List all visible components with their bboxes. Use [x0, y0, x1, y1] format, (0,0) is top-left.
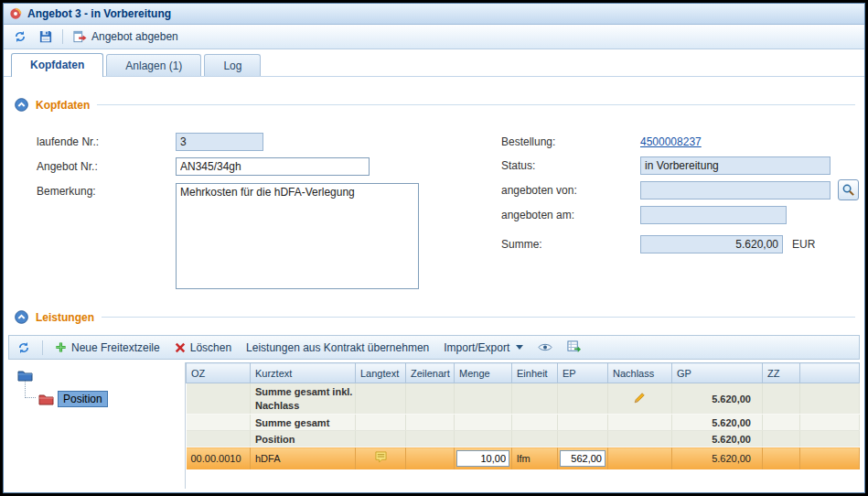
tree-root-node[interactable] — [17, 370, 33, 382]
angeboten-von-search-button[interactable] — [838, 179, 859, 200]
table-header-row: OZ Kurztext Langtext Zeilenart Menge Ein… — [187, 363, 860, 383]
leistungen-collapse-icon[interactable] — [15, 310, 28, 324]
table-row-position-summe: Position 5.620,00 — [187, 431, 860, 447]
main-toolbar: Angebot abgeben — [4, 25, 864, 49]
leistungen-body: Position OZ K — [8, 362, 860, 489]
submit-offer-button[interactable]: Angebot abgeben — [70, 28, 181, 45]
section-divider — [102, 317, 855, 318]
pencil-icon — [634, 393, 646, 406]
view-button[interactable] — [535, 340, 555, 354]
col-header-ep[interactable]: EP — [558, 363, 608, 383]
summary-row-label: Summe gesamt — [251, 415, 356, 431]
tree-node-position-label: Position — [58, 391, 108, 407]
tree-connector — [25, 381, 36, 398]
bestellung-link[interactable]: 4500008237 — [640, 135, 702, 148]
take-from-contract-button[interactable]: Leistungen aus Kontrakt übernehmen — [243, 340, 432, 356]
delete-label: Löschen — [190, 341, 231, 354]
col-header-nachlass[interactable]: Nachlass — [608, 363, 672, 383]
col-header-oz[interactable]: OZ — [187, 363, 251, 383]
refresh-icon — [14, 30, 27, 43]
col-header-kurztext[interactable]: Kurztext — [251, 363, 356, 383]
ep-field[interactable] — [560, 450, 605, 467]
status-label: Status: — [501, 159, 535, 172]
new-freetext-line-label: Neue Freitextzeile — [71, 341, 160, 354]
leistungen-grid: OZ Kurztext Langtext Zeilenart Menge Ein… — [185, 362, 860, 489]
col-header-zz[interactable]: ZZ — [763, 363, 800, 383]
table-grid-icon — [567, 340, 581, 354]
status-field[interactable] — [640, 156, 830, 175]
col-header-menge[interactable]: Menge — [455, 363, 512, 383]
eye-icon — [538, 342, 552, 352]
refresh-icon — [17, 341, 30, 354]
bestellung-label: Bestellung: — [501, 135, 555, 148]
new-freetext-line-button[interactable]: Neue Freitextzeile — [52, 340, 163, 356]
item-oz: 00.00.0010 — [187, 447, 251, 469]
langtext-note-button[interactable] — [375, 451, 387, 463]
col-header-einheit[interactable]: Einheit — [512, 363, 558, 383]
magnifier-icon — [841, 183, 855, 197]
tab-bar: Kopfdaten Anlagen (1) Log — [4, 49, 864, 77]
kopfdaten-collapse-icon[interactable] — [15, 98, 28, 112]
section-divider — [97, 104, 855, 105]
tab-kopfdaten[interactable]: Kopfdaten — [11, 53, 103, 77]
laufende-nr-field[interactable] — [176, 133, 263, 151]
expand-table-button[interactable] — [564, 339, 584, 356]
col-header-langtext[interactable]: Langtext — [356, 363, 406, 383]
take-from-contract-label: Leistungen aus Kontrakt übernehmen — [246, 341, 429, 354]
chevron-down-icon — [516, 345, 523, 350]
leistungen-refresh-button[interactable] — [15, 340, 33, 356]
col-header-gp[interactable]: GP — [672, 363, 763, 383]
window-title: Angebot 3 - in Vorbereitung — [27, 7, 171, 20]
angebot-nr-label: Angebot Nr.: — [37, 160, 98, 173]
gp-total-inkl-nachlass: 5.620,00 — [672, 383, 763, 415]
bemerkung-label: Bemerkung: — [37, 185, 96, 198]
table-row-summe-inkl-nachlass: Summe gesamt inkl. Nachlass — [187, 383, 860, 415]
item-gp: 5.620,00 — [672, 447, 763, 469]
angeboten-von-label: angeboten von: — [501, 184, 577, 197]
laufende-nr-label: laufende Nr.: — [37, 135, 99, 148]
angebot-nr-field[interactable] — [176, 157, 370, 176]
summe-field[interactable] — [640, 235, 783, 253]
bemerkung-field[interactable]: Mehrkosten für die hDFA-Verlegung — [176, 183, 419, 289]
summe-label: Summe: — [501, 238, 542, 251]
save-icon — [39, 30, 52, 43]
submit-offer-icon — [73, 30, 87, 43]
tab-log[interactable]: Log — [204, 54, 261, 76]
window-inner: Angebot 3 - in Vorbereitung — [3, 3, 865, 493]
leistungen-toolbar: Neue Freitextzeile Löschen Leistungen au… — [8, 335, 860, 360]
edit-nachlass-button[interactable] — [634, 392, 646, 404]
summary-row-label: Summe gesamt inkl. Nachlass — [255, 385, 350, 413]
delete-button[interactable]: Löschen — [172, 340, 234, 356]
tab-anlagen[interactable]: Anlagen (1) — [106, 54, 201, 76]
blue-folder-icon — [17, 370, 33, 382]
item-einheit: lfm — [512, 447, 558, 469]
table-row-item-selected[interactable]: 00.00.0010 hDFA — [187, 447, 860, 469]
import-export-menu-button[interactable]: Import/Export — [441, 340, 526, 356]
title-bar: Angebot 3 - in Vorbereitung — [4, 4, 864, 25]
col-header-zeilenart[interactable]: Zeilenart — [406, 363, 455, 383]
plus-icon — [55, 341, 67, 353]
gp-position: 5.620,00 — [672, 431, 763, 447]
angeboten-am-field[interactable] — [640, 206, 787, 224]
application-window: Angebot 3 - in Vorbereitung — [0, 0, 868, 496]
toolbar-separator — [42, 340, 43, 355]
table-row-summe-gesamt: Summe gesamt 5.620,00 — [187, 415, 860, 431]
gp-total: 5.620,00 — [672, 415, 763, 431]
angeboten-von-field[interactable] — [640, 181, 830, 199]
leistungen-table: OZ Kurztext Langtext Zeilenart Menge Ein… — [186, 362, 860, 469]
kopfdaten-section-title: Kopfdaten — [36, 99, 90, 112]
menge-field[interactable] — [456, 450, 509, 467]
toolbar-separator — [62, 29, 63, 44]
content-area: Kopfdaten laufende Nr.: Angebot Nr.: Bem… — [4, 77, 864, 492]
summe-currency-label: EUR — [792, 238, 815, 251]
kopfdaten-section-header: Kopfdaten — [15, 97, 855, 113]
col-header-filler — [800, 363, 860, 383]
tree-node-position[interactable]: Position — [38, 391, 108, 407]
angeboten-am-label: angeboten am: — [501, 209, 574, 221]
delete-x-icon — [175, 342, 186, 353]
save-button[interactable] — [37, 28, 55, 45]
leistungen-section-header: Leistungen — [15, 309, 855, 325]
leistungen-tree: Position — [8, 362, 185, 489]
refresh-button[interactable] — [11, 28, 29, 45]
app-icon — [9, 7, 22, 20]
